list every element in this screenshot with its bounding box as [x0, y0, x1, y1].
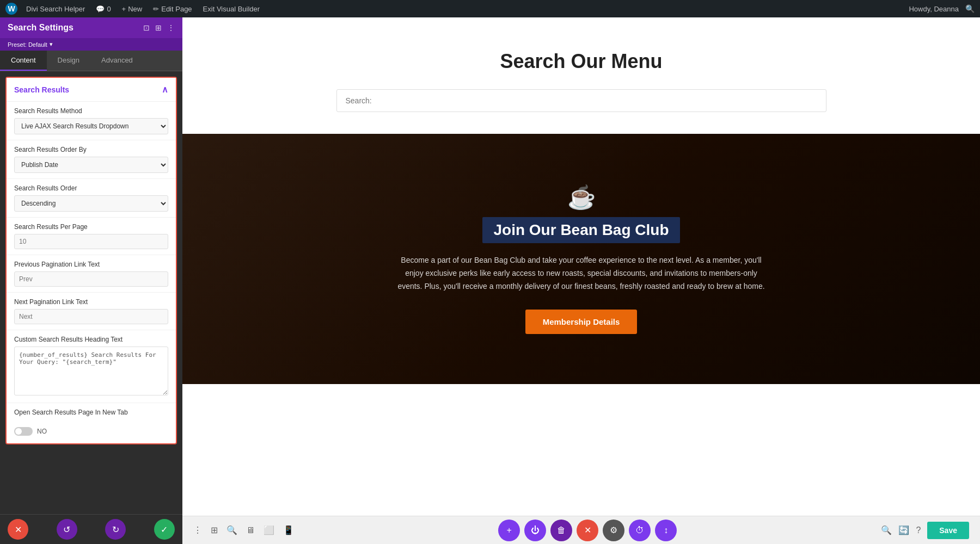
method-select[interactable]: Live AJAX Search Results Dropdown	[14, 118, 168, 134]
exit-label: Exit Visual Builder	[203, 5, 260, 13]
order-label: Search Results Order	[14, 184, 168, 192]
toolbar-help-icon[interactable]: ?	[916, 526, 921, 535]
sidebar-responsive-icon[interactable]: ⊡	[143, 23, 150, 32]
toolbar-resize-button[interactable]: ↕	[655, 520, 677, 541]
sidebar-more-icon[interactable]: ⋮	[167, 23, 175, 32]
toolbar-mobile-icon[interactable]: 📱	[283, 525, 294, 535]
sidebar-header: Search Settings ⊡ ⊞ ⋮	[0, 17, 182, 38]
comment-icon: 💬	[96, 5, 105, 13]
divi-search-helper-link[interactable]: Divi Search Helper	[24, 5, 87, 13]
order-select[interactable]: Descending	[14, 195, 168, 212]
field-order: Search Results Order Descending	[7, 179, 176, 218]
sidebar-title: Search Settings	[8, 23, 74, 33]
toolbar-right: 🔍 🔄 ? Save	[881, 522, 969, 539]
toolbar-search-icon[interactable]: 🔍	[226, 525, 237, 535]
tab-bar: Content Design Advanced	[0, 51, 182, 71]
sidebar-columns-icon[interactable]: ⊞	[155, 23, 162, 32]
redo-button[interactable]: ↻	[105, 519, 126, 540]
cancel-button[interactable]: ✕	[8, 519, 28, 540]
toolbar-add-button[interactable]: +	[498, 520, 520, 541]
content-area: Search Our Menu ☕ Join Our Bean Bag Club…	[182, 17, 980, 544]
comment-count: 0	[107, 5, 111, 13]
howdy-text: Howdy, Deanna	[909, 5, 959, 13]
search-box-input[interactable]	[346, 96, 817, 105]
dark-section-content: ☕ Join Our Bean Bag Club Become a part o…	[396, 184, 767, 333]
bottom-toolbar: ⋮ ⊞ 🔍 🖥 ⬜ 📱 + ⏻ 🗑 ✕ ⚙ ⏱ ↕ 🔍 🔄 ? Save	[182, 516, 980, 544]
new-link[interactable]: + New	[120, 5, 145, 13]
section-title: Search Results	[14, 85, 69, 94]
join-description: Become a part of our Bean Bag Club and t…	[396, 254, 767, 293]
coffee-icon: ☕	[396, 184, 767, 211]
search-results-section: Search Results ∧ Search Results Method L…	[5, 77, 177, 444]
tab-design[interactable]: Design	[47, 51, 90, 71]
divi-label: Divi Search Helper	[26, 5, 85, 13]
method-label: Search Results Method	[14, 107, 168, 115]
toolbar-close-button[interactable]: ✕	[577, 520, 598, 541]
new-label: New	[128, 5, 142, 13]
save-button[interactable]: ✓	[154, 519, 175, 540]
toolbar-search-right-icon[interactable]: 🔍	[881, 525, 892, 535]
per-page-label: Search Results Per Page	[14, 223, 168, 231]
preset-label: Preset: Default	[8, 41, 47, 48]
section-header: Search Results ∧	[7, 78, 176, 102]
section-collapse-icon[interactable]: ∧	[162, 84, 168, 95]
field-open-new-tab: Open Search Results Page In New Tab	[7, 403, 176, 422]
sidebar-header-actions: ⊡ ⊞ ⋮	[143, 23, 175, 32]
toolbar-left: ⋮ ⊞ 🔍 🖥 ⬜ 📱	[193, 525, 294, 535]
open-new-tab-toggle-label: NO	[37, 428, 47, 435]
search-hero-section: Search Our Menu	[182, 17, 980, 134]
wp-logo-icon[interactable]: W	[5, 3, 17, 15]
heading-textarea[interactable]: {number_of_results} Search Results For Y…	[14, 347, 168, 395]
pencil-icon: ✏	[153, 5, 159, 13]
toolbar-history-icon[interactable]: 🔄	[898, 525, 909, 535]
exit-visual-builder-link[interactable]: Exit Visual Builder	[201, 5, 262, 13]
prev-link-label: Previous Pagination Link Text	[14, 261, 168, 268]
preset-arrow-icon: ▾	[50, 41, 53, 48]
sidebar-bottom: ✕ ↺ ↻ ✓	[0, 514, 182, 544]
undo-button[interactable]: ↺	[57, 519, 77, 540]
field-method: Search Results Method Live AJAX Search R…	[7, 102, 176, 140]
search-hero-title: Search Our Menu	[193, 50, 969, 73]
search-box-wrapper	[336, 89, 826, 112]
edit-page-link[interactable]: ✏ Edit Page	[151, 5, 194, 13]
field-prev-link: Previous Pagination Link Text	[7, 255, 176, 293]
toolbar-settings-button[interactable]: ⚙	[603, 520, 624, 541]
dark-section: ☕ Join Our Bean Bag Club Become a part o…	[182, 134, 980, 384]
toolbar-center: + ⏻ 🗑 ✕ ⚙ ⏱ ↕	[498, 520, 677, 541]
field-per-page: Search Results Per Page	[7, 218, 176, 255]
toolbar-power-button[interactable]: ⏻	[524, 520, 546, 541]
prev-link-input[interactable]	[14, 271, 168, 287]
page-preview: Search Our Menu ☕ Join Our Bean Bag Club…	[182, 17, 980, 516]
toolbar-more-icon[interactable]: ⋮	[193, 525, 202, 535]
join-title: Join Our Bean Bag Club	[482, 217, 679, 243]
sidebar: Search Settings ⊡ ⊞ ⋮ Preset: Default ▾ …	[0, 17, 182, 544]
toolbar-desktop-icon[interactable]: 🖥	[246, 526, 255, 535]
open-new-tab-label: Open Search Results Page In New Tab	[14, 409, 168, 416]
main-layout: Search Settings ⊡ ⊞ ⋮ Preset: Default ▾ …	[0, 17, 980, 544]
per-page-input[interactable]	[14, 234, 168, 249]
plus-icon: +	[122, 5, 126, 13]
toolbar-timer-button[interactable]: ⏱	[629, 520, 651, 541]
admin-bar-right: Howdy, Deanna 🔍	[909, 4, 975, 13]
admin-search-icon[interactable]: 🔍	[965, 4, 975, 13]
toolbar-grid-icon[interactable]: ⊞	[211, 525, 218, 535]
preset-bar: Preset: Default ▾	[0, 38, 182, 51]
tab-advanced[interactable]: Advanced	[90, 51, 144, 71]
toggle-row: NO	[7, 422, 176, 443]
next-link-label: Next Pagination Link Text	[14, 298, 168, 306]
toolbar-delete-button[interactable]: 🗑	[550, 520, 572, 541]
order-by-select[interactable]: Publish Date	[14, 157, 168, 173]
admin-bar: W Divi Search Helper 💬 0 + New ✏ Edit Pa…	[0, 0, 980, 17]
save-toolbar-button[interactable]: Save	[927, 522, 969, 539]
field-heading: Custom Search Results Heading Text {numb…	[7, 330, 176, 403]
sidebar-content: Search Results ∧ Search Results Method L…	[0, 71, 182, 514]
open-new-tab-toggle[interactable]	[14, 427, 33, 436]
field-next-link: Next Pagination Link Text	[7, 293, 176, 330]
toolbar-tablet-icon[interactable]: ⬜	[264, 525, 274, 535]
comment-count-link[interactable]: 💬 0	[94, 5, 113, 13]
tab-content[interactable]: Content	[0, 51, 47, 71]
membership-details-button[interactable]: Membership Details	[525, 310, 638, 334]
next-link-input[interactable]	[14, 309, 168, 324]
heading-label: Custom Search Results Heading Text	[14, 336, 168, 343]
order-by-label: Search Results Order By	[14, 146, 168, 153]
